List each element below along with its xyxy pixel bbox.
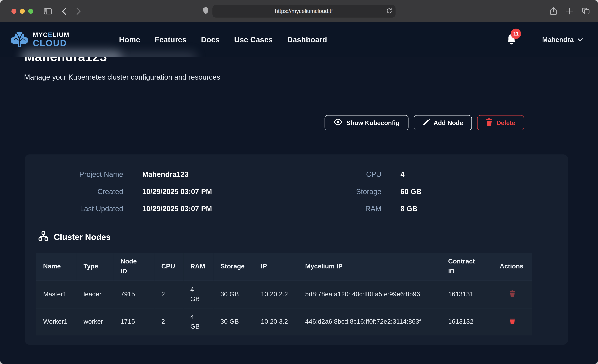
zoom-window-button[interactable] (28, 9, 33, 14)
detail-label: Storage (282, 188, 382, 196)
col-header-cpu: CPU (155, 253, 183, 281)
col-header-ram: RAM (183, 253, 214, 281)
detail-label: Project Name (25, 170, 123, 179)
reload-icon[interactable] (386, 8, 392, 14)
browser-window: https://myceliumcloud.tf (0, 0, 598, 364)
delete-node-button-disabled[interactable] (508, 289, 517, 300)
mycelium-tree-icon (10, 30, 29, 49)
detail-label: Created (25, 188, 123, 196)
cell-node-id: 7915 (114, 281, 155, 308)
cell-ip: 10.20.2.2 (254, 281, 299, 308)
user-name: Mahendra (542, 36, 573, 44)
col-header-contract-id: Contract ID (441, 253, 493, 281)
detail-value: 4 (400, 170, 405, 179)
col-header-mycelium-ip: Mycelium IP (298, 253, 441, 281)
detail-row-last-updated: Last Updated 10/29/2025 03:07 PM (25, 200, 282, 217)
cluster-actions: Show Kubeconfig Add Node Delete (0, 115, 524, 130)
nav-link-dashboard[interactable]: Dashboard (287, 35, 327, 44)
table-header-row: Name Type Node ID CPU RAM Storage IP Myc… (36, 253, 532, 281)
delete-label: Delete (496, 119, 515, 126)
window-controls (11, 9, 33, 14)
col-header-ip: IP (254, 253, 299, 281)
detail-label: RAM (282, 205, 382, 213)
scroll-blur-ghost-2 (114, 53, 196, 57)
col-header-node-id: Node ID (114, 253, 155, 281)
pencil-icon (422, 118, 430, 127)
chevron-down-icon (577, 36, 583, 43)
detail-row-project-name: Project Name Mahendra123 (25, 166, 282, 183)
detail-row-cpu: CPU 4 (282, 166, 422, 183)
table-row: Worker1 worker 1715 2 4 GB 30 GB 10.20.3… (36, 308, 532, 335)
cell-contract-id: 1613131 (441, 281, 493, 308)
cell-ip: 10.20.3.2 (254, 308, 299, 335)
cluster-details-panel: Project Name Mahendra123 Created 10/29/2… (25, 155, 568, 345)
cell-contract-id: 1613132 (441, 308, 493, 335)
brand-logo[interactable]: MYCELIUM CLOUD (10, 30, 70, 49)
delete-cluster-button[interactable]: Delete (477, 115, 524, 130)
show-kubeconfig-label: Show Kubeconfig (346, 119, 399, 126)
cell-node-id: 1715 (114, 308, 155, 335)
tab-overview-icon[interactable] (582, 8, 590, 15)
stage: https://myceliumcloud.tf (0, 0, 598, 364)
site-navbar: MYCELIUM CLOUD Home Features Docs Use Ca… (0, 22, 598, 57)
notifications-button[interactable]: 11 (506, 33, 518, 46)
page-subtitle: Manage your Kubernetes cluster configura… (24, 73, 598, 82)
cell-type: worker (77, 308, 114, 335)
cell-storage: 30 GB (214, 281, 254, 308)
cell-mycelium-ip: 446:d2a6:8bcd:8c16:ff0f:72e2:3114:863f (298, 308, 441, 335)
detail-label: CPU (282, 170, 382, 179)
detail-value: Mahendra123 (142, 170, 189, 179)
cell-type: leader (77, 281, 114, 308)
delete-node-button[interactable] (508, 316, 517, 327)
detail-value: 60 GB (400, 188, 421, 196)
trash-icon (486, 118, 493, 127)
nav-link-use-cases[interactable]: Use Cases (234, 35, 273, 44)
detail-value: 8 GB (400, 205, 417, 213)
cell-mycelium-ip: 5d8:78ea:a120:f40c:ff0f:a5fe:99e6:8b96 (298, 281, 441, 308)
detail-value: 10/29/2025 03:07 PM (142, 188, 212, 196)
url-text: https://myceliumcloud.tf (275, 8, 332, 14)
cell-cpu: 2 (155, 281, 183, 308)
cluster-nodes-title: Cluster Nodes (54, 232, 111, 242)
detail-row-ram: RAM 8 GB (282, 200, 422, 217)
privacy-shield-icon[interactable] (203, 7, 208, 16)
nav-link-features[interactable]: Features (155, 35, 187, 44)
detail-label: Last Updated (25, 205, 123, 213)
sidebar-toggle-icon[interactable] (44, 8, 52, 14)
cell-cpu: 2 (155, 308, 183, 335)
eye-icon (333, 119, 343, 127)
share-icon[interactable] (550, 7, 557, 15)
minimize-window-button[interactable] (20, 9, 25, 14)
col-header-type: Type (77, 253, 114, 281)
cluster-nodes-table: Name Type Node ID CPU RAM Storage IP Myc… (36, 253, 532, 335)
cell-storage: 30 GB (214, 308, 254, 335)
add-node-label: Add Node (433, 119, 463, 126)
cell-name: Master1 (36, 281, 77, 308)
col-header-actions: Actions (493, 253, 532, 281)
forward-icon[interactable] (76, 8, 81, 15)
address-bar[interactable]: https://myceliumcloud.tf (212, 5, 395, 17)
back-icon[interactable] (62, 8, 66, 15)
add-node-button[interactable]: Add Node (414, 115, 472, 130)
scroll-blur-ghost (21, 50, 121, 57)
detail-value: 10/29/2025 03:07 PM (142, 205, 212, 213)
org-chart-icon (38, 231, 49, 243)
cell-ram: 4 GB (183, 308, 214, 335)
nav-links: Home Features Docs Use Cases Dashboard (119, 35, 327, 44)
col-header-storage: Storage (214, 253, 254, 281)
brand-wordmark: MYCELIUM CLOUD (33, 32, 70, 48)
close-window-button[interactable] (11, 9, 17, 14)
show-kubeconfig-button[interactable]: Show Kubeconfig (325, 115, 408, 130)
browser-chrome: https://myceliumcloud.tf (0, 0, 598, 22)
detail-row-storage: Storage 60 GB (282, 183, 422, 200)
cluster-nodes-header: Cluster Nodes (38, 231, 568, 243)
detail-row-created: Created 10/29/2025 03:07 PM (25, 183, 282, 200)
user-menu[interactable]: Mahendra (542, 36, 583, 44)
table-row: Master1 leader 7915 2 4 GB 30 GB 10.20.2… (36, 281, 532, 308)
cell-ram: 4 GB (183, 281, 214, 308)
nav-link-home[interactable]: Home (119, 35, 140, 44)
nav-link-docs[interactable]: Docs (201, 35, 220, 44)
new-tab-icon[interactable] (566, 8, 573, 14)
col-header-name: Name (36, 253, 77, 281)
notification-badge: 11 (511, 29, 521, 39)
